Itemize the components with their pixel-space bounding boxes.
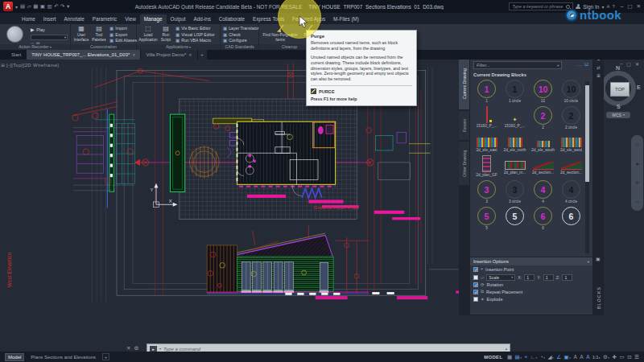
close-tab-icon[interactable]: ✕	[132, 52, 135, 57]
pan-icon[interactable]: ✚	[635, 161, 639, 167]
annotation-monitor-icon[interactable]: ✚	[613, 354, 617, 360]
block-item[interactable]: 2d_plan_m...	[501, 155, 529, 178]
block-item[interactable]: 55	[473, 207, 501, 231]
qat-dropdown-icon[interactable]: ▾	[67, 3, 69, 10]
open-icon[interactable]: ▱	[27, 3, 31, 10]
collapse-icon[interactable]: ▾	[588, 260, 589, 264]
new-layout-button[interactable]: +	[102, 353, 109, 360]
edit-aliases-button[interactable]: ▣Edit Aliases	[109, 38, 137, 43]
object-snap-icon[interactable]: ▣	[564, 354, 571, 360]
new-icon[interactable]: ▤	[20, 3, 25, 10]
annotation-scale-icon[interactable]: A	[586, 354, 589, 360]
display-options-icon[interactable]: ⊡	[584, 61, 588, 67]
explode-row[interactable]: ✶ Explode	[470, 296, 592, 302]
viewport-minimize-icon[interactable]: ⊞	[1, 62, 5, 68]
doc-close-icon[interactable]: ✕	[635, 61, 639, 67]
block-item[interactable]: 33	[473, 180, 501, 204]
palette-tab-other-drawing[interactable]: Other Drawing	[459, 142, 469, 185]
panel-label-action-recorder[interactable]: Action Recorder	[0, 44, 70, 50]
model-space-toggle[interactable]: MODEL	[484, 355, 502, 360]
visual-lisp-editor-button[interactable]: ▣Visual LISP Editor	[175, 32, 215, 37]
viewport-controls-label[interactable]: [-][Top][2D Wireframe]	[6, 63, 59, 68]
scale-y-input[interactable]: 1	[543, 274, 554, 281]
quick-properties-icon[interactable]: ▭	[620, 354, 625, 360]
scrollbar-thumb[interactable]	[585, 85, 589, 182]
configure-button[interactable]: ▣Configure	[223, 38, 259, 43]
tab-insert[interactable]: Insert	[39, 14, 60, 25]
check-button[interactable]: ▣Check	[223, 32, 259, 37]
viewcube-east[interactable]: E	[637, 84, 641, 90]
insertion-point-checkbox[interactable]	[473, 267, 478, 272]
doc-minimize-icon[interactable]: –	[620, 61, 622, 67]
import-button[interactable]: ▣Import	[109, 26, 137, 31]
workspace-gear-icon[interactable]: ⚙	[603, 354, 609, 360]
visual-basic-editor-button[interactable]: ▣Vis Basic Editor	[175, 26, 215, 31]
viewcube-top-face[interactable]: TOP	[610, 82, 630, 97]
annotation-visibility-icon[interactable]: A	[573, 354, 576, 360]
block-item[interactable]: 6	[557, 207, 585, 231]
layout-tab-plans-sections[interactable]: Plans Sections and Elevations	[28, 355, 98, 360]
save-as-icon[interactable]: ▣	[40, 3, 45, 10]
insertion-point-row[interactable]: ⌖ Insertion Point	[470, 265, 592, 273]
viewcube-north[interactable]: N	[616, 65, 620, 71]
tab-annotate[interactable]: Annotate	[60, 14, 89, 25]
insertion-options-header[interactable]: Insertion Options▾	[470, 257, 592, 265]
block-item[interactable]: 1010	[529, 80, 557, 104]
restore-icon[interactable]: ▢	[627, 3, 632, 10]
search-input[interactable]: Type a keyword or phrase	[509, 2, 573, 10]
panel-label-cad-standards[interactable]: CAD Standards	[221, 44, 258, 50]
panel-label-applications[interactable]: Applications	[137, 44, 220, 50]
command-history-icon[interactable]: ▴	[506, 347, 507, 351]
isometric-drafting-icon[interactable]: ◢	[547, 354, 553, 360]
block-item[interactable]: 2d_section...	[557, 155, 585, 178]
palette-scrollbar[interactable]	[585, 81, 589, 253]
file-tab-start[interactable]: Start	[6, 50, 26, 60]
block-item[interactable]: 11	[473, 80, 501, 104]
navigation-bar[interactable]: ◎ ✚ ⊕ ▭	[631, 135, 643, 211]
undo-icon[interactable]: ↶	[54, 3, 58, 10]
user-interface-button[interactable]: ▦ User Interface	[72, 25, 90, 42]
scale-checkbox[interactable]	[473, 275, 478, 280]
tab-collaborate[interactable]: Collaborate	[215, 14, 249, 25]
model-tab[interactable]: Model	[5, 353, 24, 361]
close-icon[interactable]: ✕	[637, 3, 641, 10]
tool-palettes-button[interactable]: ▤ Tool Palettes	[90, 25, 108, 42]
viewcube-south[interactable]: S	[617, 104, 621, 109]
block-item[interactable]: 33 circle	[501, 180, 529, 204]
object-snap-tracking-icon[interactable]: ∠	[556, 354, 561, 360]
graphics-performance-icon[interactable]: ⊡	[627, 354, 631, 360]
block-item[interactable]: 2d_ele_north	[501, 133, 529, 153]
rotation-row[interactable]: ⟳ Rotation	[470, 282, 592, 288]
palette-autohide-icon[interactable]: ⇄	[597, 65, 601, 70]
repeat-placement-row[interactable]: ⧉ Repeat Placement	[470, 288, 592, 295]
command-dropdown-icon[interactable]: ▾	[159, 347, 161, 351]
palette-tab-recent[interactable]: Recent	[459, 111, 469, 140]
block-item[interactable]: 11 circle	[501, 80, 529, 104]
block-item[interactable]: 66	[529, 207, 557, 231]
zoom-icon[interactable]: ⊕	[635, 179, 639, 185]
annotation-scale-value[interactable]: 1:1	[592, 355, 601, 360]
orbit-icon[interactable]: ▭	[635, 199, 640, 204]
customization-menu-icon[interactable]: ☰	[634, 354, 639, 360]
record-button[interactable]	[6, 26, 23, 43]
plot-icon[interactable]: ▥	[47, 3, 52, 10]
block-item[interactable]: 2d_plan_GF	[473, 155, 501, 178]
annotation-autoscale-icon[interactable]: A	[580, 354, 583, 360]
block-item[interactable]: 2d_ele_west	[557, 133, 585, 153]
ortho-icon[interactable]: ∟	[530, 354, 538, 360]
file-tab-villa-project[interactable]: Villa Project Demo*✕	[141, 50, 196, 60]
block-item[interactable]: 44 circle	[557, 180, 585, 204]
dynamic-input-icon[interactable]: ⌖	[524, 354, 527, 360]
new-drawing-tab-button[interactable]: +	[198, 50, 207, 60]
block-item[interactable]: 1010 circle	[557, 80, 585, 104]
tab-add-ins[interactable]: Add-ins	[189, 14, 214, 25]
block-item[interactable]: 15160_P_...	[501, 106, 529, 130]
scale-x-input[interactable]: 1	[524, 274, 535, 281]
palette-tab-current-drawing[interactable]: Current Drawing	[459, 58, 469, 109]
command-customize-icon[interactable]: ⚙	[134, 345, 138, 352]
command-close-icon[interactable]: ✕	[126, 345, 130, 352]
redo-icon[interactable]: ↷	[60, 3, 64, 10]
tab-parametric[interactable]: Parametric	[89, 14, 121, 25]
scale-z-input[interactable]: 1	[562, 274, 572, 281]
filter-more-icon[interactable]: …	[577, 62, 582, 67]
